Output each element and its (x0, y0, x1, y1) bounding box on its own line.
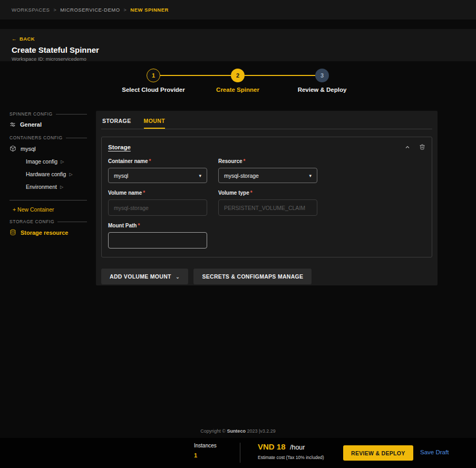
sidebar-item-label: Hardware config (26, 171, 66, 177)
sidebar-item-hardware-config[interactable]: Hardware config ▷ (5, 168, 91, 180)
resource-value: mysql-storage (224, 173, 259, 179)
database-icon (9, 229, 16, 236)
sidebar-section-containers-config: CONTAINERS CONFIG (9, 135, 87, 140)
tab-mount[interactable]: MOUNT (144, 118, 166, 129)
back-arrow-icon: ← (12, 36, 17, 42)
section-rule (66, 138, 87, 138)
required-marker: * (250, 190, 252, 196)
volume-name-input (108, 199, 207, 216)
copyright: Copyright © Sunteco 2023 |v3.2.29 (0, 428, 476, 434)
collapse-chevron-icon[interactable] (404, 144, 411, 150)
price-amount: VND 18 (258, 442, 286, 451)
expand-right-icon: ▷ (61, 159, 64, 164)
step-review-deploy[interactable]: 3 Review & Deploy (280, 69, 364, 93)
sidebar-item-general[interactable]: General (5, 118, 91, 131)
panel-tabs: STORAGE MOUNT (96, 111, 438, 129)
page-header: ← BACK Create Stateful Spinner Workspace… (0, 29, 476, 61)
save-draft-link[interactable]: Save Draft (420, 449, 449, 455)
stepper: 1 Select Cloud Provider 2 Create Spinner… (111, 69, 364, 96)
mount-path-label: Mount Path* (108, 223, 207, 228)
required-marker: * (244, 158, 246, 164)
resource-select[interactable]: mysql-storage ▾ (218, 168, 317, 183)
expand-right-icon: ▷ (60, 185, 63, 189)
container-name-label: Container name* (108, 158, 207, 164)
sidebar-item-container-mysql[interactable]: mysql (5, 142, 91, 155)
step-create-spinner[interactable]: 2 Create Spinner (196, 69, 280, 93)
tabs-divider (101, 129, 432, 129)
expand-right-icon: ▷ (69, 172, 72, 177)
containers-config-label: CONTAINERS CONFIG (9, 135, 63, 140)
required-marker: * (149, 158, 151, 164)
volume-name-label: Volume name* (108, 190, 207, 196)
breadcrumb-separator-icon: > (124, 7, 127, 13)
brand-name: Sunteco (227, 428, 246, 434)
sliders-icon (9, 121, 16, 128)
instances-value: 1 (194, 452, 217, 459)
step-1-circle: 1 (147, 69, 160, 82)
storage-config-label: STORAGE CONFIG (9, 219, 54, 224)
chevron-down-icon: ⌄ (176, 274, 180, 280)
bottom-action-bar: Instances 1 VND 18 /hour Estimate cost (… (0, 438, 476, 468)
sidebar-item-label: General (20, 121, 42, 128)
instances-label: Instances (194, 443, 217, 448)
spinner-config-label: SPINNER CONFIG (9, 111, 53, 117)
estimate-note: Estimate cost (Tax 10% included) (258, 455, 324, 460)
breadcrumb-current: NEW SPINNER (130, 7, 169, 13)
storage-mount-card: Storage Container name* (101, 137, 432, 257)
section-rule (57, 222, 87, 222)
sidebar-section-spinner-config: SPINNER CONFIG (9, 111, 87, 117)
volume-type-input (218, 199, 317, 216)
trash-icon[interactable] (419, 144, 425, 150)
stepper-connector (245, 75, 315, 76)
sidebar-item-label: mysql (21, 146, 36, 152)
section-rule (56, 114, 87, 114)
breadcrumb-project[interactable]: MICROSERVICE-DEMO (60, 7, 120, 13)
version-text: 2023 |v3.2.29 (247, 428, 275, 434)
required-marker: * (138, 223, 140, 228)
step-select-cloud-provider[interactable]: 1 Select Cloud Provider (111, 69, 196, 93)
breadcrumb: WORKSPACES > MICROSERVICE-DEMO > NEW SPI… (0, 0, 476, 20)
container-name-value: mysql (114, 173, 128, 179)
container-name-select[interactable]: mysql ▾ (108, 168, 207, 183)
breadcrumb-workspaces[interactable]: WORKSPACES (12, 7, 50, 13)
vertical-divider (240, 443, 240, 463)
secrets-configmaps-button[interactable]: SECRETS & CONFIGMAPS MANAGE (193, 269, 312, 284)
workspace-id: Workspace ID: microservicedemo (12, 56, 464, 62)
copyright-text: Copyright © (200, 428, 226, 434)
sidebar-divider (9, 200, 87, 200)
mount-card-title: Storage (108, 144, 131, 150)
sidebar-item-image-config[interactable]: Image config ▷ (5, 155, 91, 168)
page-title: Create Stateful Spinner (12, 45, 464, 54)
resource-label: Resource* (218, 158, 317, 164)
step-3-circle: 3 (315, 69, 329, 82)
price-unit: /hour (290, 444, 305, 451)
back-button[interactable]: ← BACK (12, 36, 35, 42)
volume-type-label: Volume type* (218, 190, 317, 196)
sidebar-item-storage-resource[interactable]: Storage resource (5, 226, 91, 239)
sidebar-section-storage-config: STORAGE CONFIG (9, 219, 87, 224)
config-sidebar: SPINNER CONFIG General CONTAINERS CONFIG… (5, 107, 91, 239)
step-2-label: Create Spinner (196, 87, 280, 93)
step-1-label: Select Cloud Provider (111, 87, 196, 93)
step-3-label: Review & Deploy (280, 87, 364, 93)
new-container-button[interactable]: + New Container (5, 203, 91, 215)
breadcrumb-separator-icon: > (53, 7, 56, 13)
instances-block: Instances 1 (194, 443, 217, 459)
step-2-circle: 2 (231, 69, 245, 82)
mount-path-input[interactable] (108, 232, 207, 249)
dropdown-caret-icon: ▾ (199, 173, 201, 178)
cost-estimate: VND 18 /hour Estimate cost (Tax 10% incl… (258, 442, 324, 460)
add-volume-mount-label: ADD VOLUME MOUNT (110, 273, 171, 280)
dropdown-caret-icon: ▾ (309, 173, 312, 178)
container-cube-icon (9, 145, 16, 152)
sidebar-item-label: Storage resource (21, 230, 68, 236)
sidebar-item-environment[interactable]: Environment ▷ (5, 180, 91, 193)
stepper-connector (160, 75, 231, 76)
required-marker: * (143, 190, 145, 196)
review-deploy-button[interactable]: REVIEW & DEPLOY (343, 445, 413, 461)
back-label: BACK (20, 36, 35, 42)
tab-storage[interactable]: STORAGE (102, 118, 131, 129)
storage-config-panel: STORAGE MOUNT Storage (96, 111, 438, 285)
sidebar-item-label: Environment (26, 184, 57, 190)
add-volume-mount-button[interactable]: ADD VOLUME MOUNT ⌄ (101, 269, 188, 284)
